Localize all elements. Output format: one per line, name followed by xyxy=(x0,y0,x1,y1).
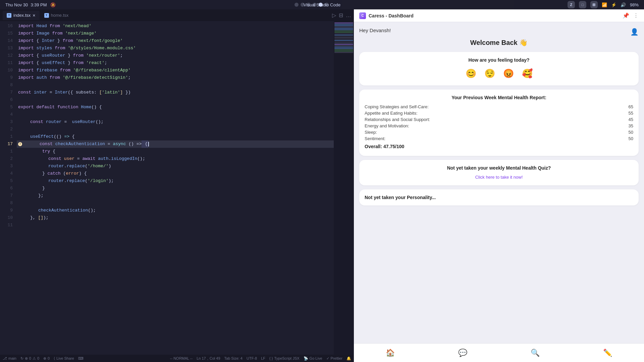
grid-icon[interactable]: ⊞ xyxy=(590,1,598,8)
battery: 98% xyxy=(630,2,639,7)
report-value-0: 65 xyxy=(629,104,633,109)
more-icon[interactable]: ⋮ xyxy=(633,12,639,19)
language-icon: { } xyxy=(269,356,273,360)
split-editor-icon[interactable]: ⊟ xyxy=(339,12,343,18)
status-bar: ⎇ main ↻ ⊗ 0 ⚠ 0 ⊕ 0 ⟨ Live Share ⌨ xyxy=(0,355,354,362)
app-title: Caress - DashBoard xyxy=(369,13,414,18)
report-label-4: Sleep: xyxy=(365,130,377,135)
code-line-16: import Head from 'next/head' xyxy=(17,22,334,30)
code-line-b1: try { xyxy=(17,148,334,155)
code-line-5: export default function Home() { xyxy=(17,104,334,111)
report-label-1: Appetite and Eating Habits: xyxy=(365,111,418,116)
code-line-b7: }; xyxy=(17,192,334,199)
report-card: Your Previous Week Mental Health Report:… xyxy=(359,89,639,156)
tab-index-tsx[interactable]: T index.tsx × xyxy=(3,11,40,20)
wifi-icon: 📶 xyxy=(602,2,607,7)
app-content: Hey Devansh! 👤 Welcome Back 👋 How are yo… xyxy=(354,22,644,343)
ln-9: 9 xyxy=(3,74,13,81)
vim-mode: -- NORMAL -- xyxy=(170,356,193,361)
code-line-b11 xyxy=(17,222,334,229)
ln-6: 6 xyxy=(3,96,13,104)
prettier[interactable]: ✓ Prettier xyxy=(326,356,342,361)
report-value-4: 50 xyxy=(629,130,633,135)
live-share[interactable]: ⟨ Live Share xyxy=(54,356,74,361)
report-row-0: Coping Strategies and Self-Care: 65 xyxy=(365,104,633,109)
mm-16 xyxy=(334,43,353,44)
eol[interactable]: LF xyxy=(261,356,265,361)
mm-21 xyxy=(334,49,353,50)
language-mode[interactable]: { } TypeScript JSX xyxy=(269,356,300,361)
nav-edit[interactable]: ✏️ xyxy=(603,349,612,357)
code-line-4 xyxy=(17,111,334,118)
mac-date: Thu Nov 30 xyxy=(5,2,28,7)
vim-plugin[interactable]: ⌨ xyxy=(78,356,84,361)
ln-15: 15 xyxy=(3,30,13,37)
port-icon-status[interactable]: ⊕ 0 xyxy=(43,356,50,361)
mood-card: How are you feeling today? 😊 😌 😡 🥰 xyxy=(359,52,639,85)
app-header-right: 📌 ⋮ xyxy=(623,12,639,19)
warning-count: 0 xyxy=(37,356,39,360)
chat-nav-icon: 💬 xyxy=(458,349,467,357)
prettier-icon: ✓ xyxy=(326,356,329,361)
nav-search[interactable]: 🔍 xyxy=(531,349,540,357)
vim-icon: ⌨ xyxy=(78,356,84,361)
mood-content[interactable]: 😌 xyxy=(483,67,496,80)
mm-22 xyxy=(334,51,353,52)
main-layout: T index.tsx × T home.tsx ▷ ⊟ … 16 15 14 … xyxy=(0,9,644,362)
tsx-icon-home: T xyxy=(44,13,49,18)
search-nav-icon: 🔍 xyxy=(531,349,540,357)
mood-angry[interactable]: 😡 xyxy=(502,67,515,80)
ln-11: 11 xyxy=(3,59,13,67)
nav-home[interactable]: 🏠 xyxy=(386,349,395,357)
mm-20 xyxy=(334,48,353,49)
bluetooth-icon: ⚡ xyxy=(611,2,616,7)
mm-10 xyxy=(334,35,353,36)
notification-bell[interactable]: 🔔 xyxy=(346,356,351,361)
ln-b2: 2 xyxy=(3,155,13,163)
code-line-12: import { useRouter } from 'next/router'; xyxy=(17,52,334,59)
close-tab-index[interactable]: × xyxy=(33,13,35,18)
mood-happy[interactable]: 😊 xyxy=(464,67,478,80)
mm-19 xyxy=(334,47,353,48)
profile-icon[interactable]: 👤 xyxy=(630,28,639,36)
code-line-b10: }, []); xyxy=(17,214,334,222)
errors-warnings[interactable]: ↻ ⊗ 0 ⚠ 0 xyxy=(20,356,39,361)
code-line-10: import firebase from '@/firebase/clientA… xyxy=(17,67,334,74)
mm-6 xyxy=(334,29,353,30)
tab-size[interactable]: Tab Size: 4 xyxy=(224,356,243,361)
bell-icon[interactable]: 🔕 xyxy=(50,2,56,7)
ports-icon: ⊕ xyxy=(43,356,46,361)
error-icon: ⊗ xyxy=(25,356,28,361)
code-lines[interactable]: import Head from 'next/head' import Imag… xyxy=(17,21,334,355)
tab-label-index: index.tsx xyxy=(13,13,31,18)
encoding[interactable]: UTF-8 xyxy=(247,356,257,361)
mac-clock: 3:39 PM xyxy=(31,2,47,7)
warning-icon: ⚠ xyxy=(33,356,36,361)
report-row-5: Sentiment: 50 xyxy=(365,136,633,141)
pin-icon[interactable]: 📌 xyxy=(623,12,629,19)
ln-b9: 9 xyxy=(3,207,13,214)
git-branch[interactable]: ⎇ main xyxy=(3,356,16,361)
run-icon[interactable]: ▷ xyxy=(332,12,336,18)
cursor-position[interactable]: Ln 17, Col 49 xyxy=(197,356,220,361)
nav-chat[interactable]: 💬 xyxy=(458,349,467,357)
mood-row: 😊 😌 😡 🥰 xyxy=(365,67,633,80)
error-count: 0 xyxy=(29,356,31,360)
more-actions-icon[interactable]: … xyxy=(346,12,351,18)
ln-b10: 10 xyxy=(3,214,13,222)
warning-dot: ! xyxy=(18,142,22,146)
ln-8: 8 xyxy=(3,81,13,89)
code-line-8 xyxy=(17,81,334,89)
code-line-17: ! const checkAuthentication = async () =… xyxy=(17,140,334,148)
tab-home-tsx[interactable]: T home.tsx xyxy=(40,11,73,20)
go-live[interactable]: 📡 Go Live xyxy=(304,356,322,361)
display-icon[interactable]: □ xyxy=(579,1,586,8)
ln-1: 1 xyxy=(3,133,13,140)
z-icon[interactable]: Z xyxy=(568,1,575,8)
edit-nav-icon: ✏️ xyxy=(603,349,612,357)
ln-2: 2 xyxy=(3,126,13,133)
quiz-link[interactable]: Click here to take it now! xyxy=(475,175,523,180)
app-header: C Caress - DashBoard 📌 ⋮ xyxy=(354,9,644,22)
mood-love[interactable]: 🥰 xyxy=(521,67,534,80)
ln-10: 10 xyxy=(3,67,13,74)
